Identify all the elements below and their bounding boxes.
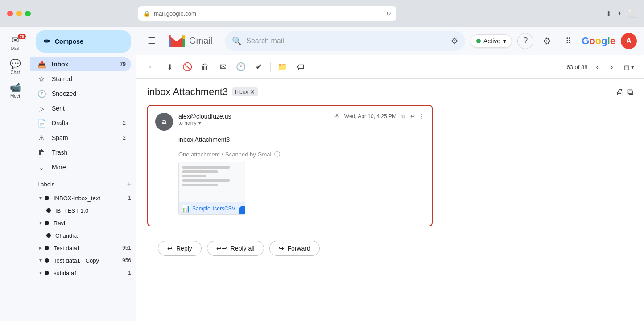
add-label-icon[interactable]: + [127, 180, 131, 188]
to-chevron-icon[interactable]: ▾ [198, 120, 201, 126]
inbox-icon: 📥 [37, 60, 45, 69]
tabs-icon[interactable]: ⬜ [628, 9, 637, 18]
label-name: Test data1 [54, 245, 80, 251]
label-button[interactable]: 🏷 [292, 59, 308, 75]
meet-icon: 📹 [10, 82, 21, 93]
snooze-button[interactable]: 🕐 [233, 59, 249, 75]
apps-grid-icon[interactable]: ⠿ [560, 33, 576, 49]
chat-label: Chat [10, 70, 20, 75]
label-item-chandra[interactable]: Chandra [37, 229, 131, 242]
email-date: Wed, Apr 10, 4:25 PM [344, 113, 396, 119]
nav-item-starred[interactable]: ☆ Starred [30, 72, 131, 86]
mail-label: Mail [11, 46, 19, 51]
nav-item-trash[interactable]: 🗑 Trash [30, 145, 131, 160]
email-sender-info: alex@cloudfuze.us to harry ▾ [178, 113, 334, 126]
nav-item-snoozed[interactable]: 🕐 Snoozed [30, 86, 131, 101]
prev-email-button[interactable]: ‹ [591, 61, 603, 73]
nav-item-spam[interactable]: ⚠ Spam 2 [30, 131, 131, 145]
more-icon[interactable]: ⋮ [419, 113, 425, 119]
toolbar-separator [270, 62, 271, 72]
email-body: inbox Attachment3 [155, 136, 425, 143]
view-options-button[interactable]: ▤ ▾ [621, 59, 637, 75]
label-item-inbox-inbox-text[interactable]: ▾ INBOX-Inbox_text 1 [37, 192, 131, 204]
label-color-dot [45, 258, 49, 263]
attachment-preview[interactable]: 📊 SampleUsersCSV ... ↓ [178, 162, 245, 215]
reply-icon[interactable]: ↩ [410, 113, 415, 119]
label-color-dot [46, 208, 51, 213]
search-bar[interactable]: 🔍 ⚙ [225, 31, 465, 51]
label-item-ravi[interactable]: ▾ Ravi [37, 217, 131, 229]
refresh-icon[interactable]: ↻ [386, 10, 391, 17]
label-item-test-data1-copy[interactable]: ▾ Test data1 - Copy 956 [37, 254, 131, 267]
archive-button[interactable]: ⬇ [161, 59, 178, 75]
compose-button[interactable]: ✏ Compose [36, 30, 131, 53]
attachment-info-icon[interactable]: ⓘ [274, 150, 280, 158]
search-options-icon[interactable]: ⚙ [451, 36, 458, 46]
delete-button[interactable]: 🗑 [197, 59, 213, 75]
mark-unread-button[interactable]: ✉ [215, 59, 231, 75]
new-tab-icon[interactable]: + [618, 9, 622, 18]
drafts-count: 2 [123, 120, 126, 126]
help-icon[interactable]: ? [517, 33, 533, 49]
browser-chrome: 🔒 mail.google.com ↻ ⬆ + ⬜ [0, 0, 644, 27]
open-in-new-icon[interactable]: ⧉ [627, 87, 633, 97]
drafts-icon: 📄 [37, 119, 45, 128]
active-status-button[interactable]: Active ▾ [471, 34, 512, 48]
trash-label: Trash [52, 149, 67, 156]
forward-button[interactable]: ↪ Forward [269, 241, 320, 256]
snoozed-label: Snoozed [52, 90, 76, 97]
share-icon[interactable]: ⬆ [606, 9, 611, 18]
mail-badge: 79 [18, 34, 26, 39]
nav-item-inbox[interactable]: 📥 Inbox 79 [30, 57, 131, 71]
reply-button[interactable]: ↩ Reply [158, 241, 202, 256]
inbox-label: Inbox [52, 61, 68, 68]
label-name: subdata1 [54, 270, 78, 276]
label-item-subdata1[interactable]: ▾ subdata1 1 [37, 267, 131, 279]
email-toolbar: ← ⬇ 🚫 🗑 ✉ 🕐 ✔ 📁 🏷 ⋮ 63 of 88 ‹ › ▤ ▾ [136, 55, 644, 79]
url-bar[interactable]: 🔒 mail.google.com ↻ [138, 6, 396, 21]
nav-item-more[interactable]: ⌄ More [30, 160, 131, 174]
next-email-button[interactable]: › [605, 61, 618, 73]
snoozed-icon: 🕐 [37, 90, 45, 98]
label-name: Test data1 - Copy [54, 257, 99, 264]
meet-label: Meet [10, 94, 20, 99]
print-icon[interactable]: 🖨 [616, 87, 624, 97]
remove-tag-button[interactable]: ✕ [250, 88, 255, 95]
email-to: to harry ▾ [178, 120, 334, 126]
report-spam-button[interactable]: 🚫 [179, 59, 195, 75]
toolbar-right: 63 of 88 ‹ › ▤ ▾ [566, 59, 637, 75]
download-icon[interactable]: ↓ [239, 206, 245, 215]
back-button[interactable]: ← [144, 59, 160, 75]
sheets-icon: 📊 [182, 204, 190, 213]
move-to-button[interactable]: 📁 [274, 59, 290, 75]
attachment-label: One attachment • Scanned by Gmail ⓘ [178, 150, 425, 158]
reply-all-button[interactable]: ↩↩ Reply all [207, 241, 264, 256]
nav-item-drafts[interactable]: 📄 Drafts 2 [30, 116, 131, 130]
hamburger-menu-icon[interactable]: ☰ [144, 33, 160, 49]
expand-chevron-icon: ▾ [39, 257, 42, 263]
star-icon[interactable]: ☆ [401, 113, 406, 119]
label-color-dot [45, 271, 49, 275]
sidebar-item-meet[interactable]: 📹 Meet [3, 79, 28, 101]
user-avatar[interactable]: A [621, 33, 637, 49]
add-task-button[interactable]: ✔ [251, 59, 267, 75]
settings-icon[interactable]: ⚙ [539, 33, 555, 49]
status-dot-icon [476, 39, 481, 43]
label-count: 956 [122, 257, 131, 263]
close-button[interactable] [7, 11, 13, 16]
maximize-button[interactable] [25, 11, 31, 16]
reply-all-icon: ↩↩ [216, 245, 227, 252]
search-input[interactable] [246, 37, 446, 45]
attachment-filename[interactable]: 📊 SampleUsersCSV ... ↓ [179, 202, 245, 214]
sidebar-item-chat[interactable]: 💬 Chat [3, 56, 28, 78]
page-nav: ‹ › [591, 61, 618, 73]
inbox-tag-label: Inbox [235, 89, 248, 95]
label-item-ib-test[interactable]: IB_TEST 1.0 [37, 204, 131, 217]
compose-icon: ✏ [44, 37, 50, 46]
sidebar-item-mail[interactable]: ✉ Mail 79 [3, 32, 28, 54]
nav-item-sent[interactable]: ▷ Sent [30, 101, 131, 115]
label-color-dot [46, 233, 51, 238]
label-item-test-data1[interactable]: ▸ Test data1 951 [37, 242, 131, 254]
more-actions-button[interactable]: ⋮ [310, 59, 326, 75]
minimize-button[interactable] [16, 11, 22, 16]
